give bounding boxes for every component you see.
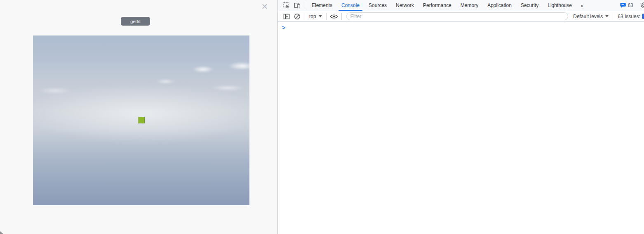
issues-counter-button[interactable]: 63 (618, 2, 636, 8)
tab-label: Network (396, 2, 414, 8)
tab-application[interactable]: Application (483, 0, 516, 11)
tab-label: Elements (312, 2, 332, 8)
console-sidebar-icon (283, 13, 290, 20)
device-toolbar-icon (294, 2, 301, 9)
cloud (156, 79, 176, 84)
tab-label: Memory (461, 2, 478, 8)
chevron-down-icon (319, 15, 322, 17)
live-expression-button[interactable] (329, 12, 339, 21)
issues-bubble-icon (620, 2, 626, 8)
issues-count: 63 (628, 2, 633, 8)
tab-network[interactable]: Network (391, 0, 418, 11)
inspect-icon (283, 2, 290, 9)
tab-console[interactable]: Console (337, 0, 364, 11)
divider (326, 13, 327, 20)
tab-label: Sources (369, 2, 387, 8)
chevron-down-icon (605, 15, 609, 17)
tab-label: Console (341, 2, 360, 8)
divider (305, 2, 305, 9)
console-filter-input[interactable] (346, 12, 569, 20)
divider (305, 13, 305, 20)
clear-console-button[interactable] (292, 12, 303, 21)
eye-icon (330, 14, 338, 19)
tab-label: Application (487, 2, 512, 8)
tab-label: Security (521, 2, 538, 8)
divider (341, 13, 342, 20)
getid-button[interactable]: getId (121, 17, 150, 26)
settings-gear-icon[interactable] (641, 2, 644, 9)
issues-bubble-icon (642, 14, 644, 19)
cloud (192, 66, 214, 73)
console-toolbar: top Default levels 63 Issues: (278, 11, 644, 22)
tab-memory[interactable]: Memory (456, 0, 483, 11)
console-sidebar-button[interactable] (281, 12, 292, 21)
cursor-fragment (0, 231, 3, 234)
cloud (228, 62, 249, 70)
tab-label: Performance (423, 2, 451, 8)
tab-elements[interactable]: Elements (307, 0, 337, 11)
page-pane: ✕ getId (0, 0, 278, 234)
devtools-panel: Elements Console Sources Network Perform… (278, 0, 644, 234)
cloud (39, 87, 72, 94)
tab-performance[interactable]: Performance (418, 0, 456, 11)
green-cube-object[interactable] (138, 117, 145, 123)
devtools-tabbar: Elements Console Sources Network Perform… (278, 0, 644, 11)
3d-scene-canvas[interactable] (33, 35, 249, 205)
cloud (211, 85, 244, 91)
console-messages-area[interactable]: > (278, 22, 644, 234)
tab-lighthouse[interactable]: Lighthouse (543, 0, 576, 11)
console-prompt-chevron[interactable]: > (282, 24, 285, 31)
context-selector-label: top (309, 14, 316, 19)
clear-console-icon (294, 13, 301, 20)
device-toolbar-button[interactable] (292, 0, 303, 10)
context-selector[interactable]: top (307, 14, 324, 19)
log-levels-label: Default levels (573, 14, 603, 19)
log-levels-selector[interactable]: Default levels (571, 14, 611, 19)
more-tabs-button[interactable]: » (576, 0, 588, 11)
close-icon[interactable]: ✕ (260, 2, 270, 12)
inspect-element-button[interactable] (281, 0, 292, 10)
tab-security[interactable]: Security (516, 0, 543, 11)
divider (613, 13, 613, 20)
tab-sources[interactable]: Sources (364, 0, 391, 11)
issues-toolbar-label[interactable]: 63 Issues: (615, 14, 642, 19)
tab-label: Lighthouse (548, 2, 572, 8)
